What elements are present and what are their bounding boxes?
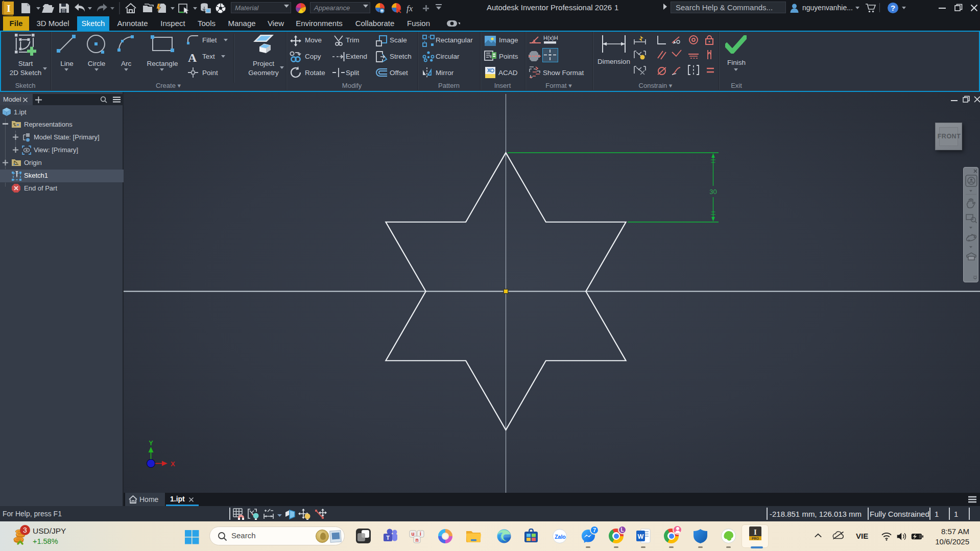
svg-text:PRO: PRO [752,537,759,540]
svg-text:X: X [171,460,175,468]
svg-text:I: I [7,3,10,14]
svg-text:30: 30 [709,188,716,196]
svg-text:T: T [386,535,390,541]
svg-text:i: i [420,531,421,537]
svg-text:Y: Y [149,439,153,447]
svg-text:I: I [754,528,757,536]
svg-text:H(x)H: H(x)H [543,35,558,41]
svg-text:n: n [415,537,418,543]
svg-text:u: u [411,531,414,537]
svg-text:fx: fx [407,4,413,13]
svg-text:W: W [638,533,644,540]
